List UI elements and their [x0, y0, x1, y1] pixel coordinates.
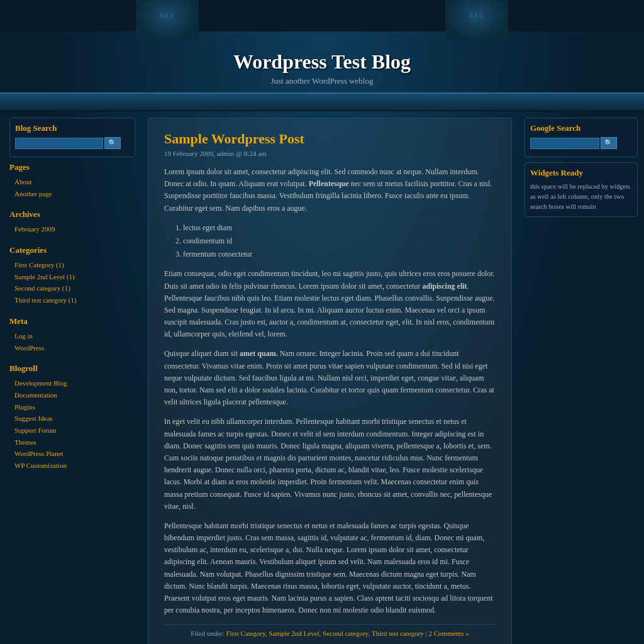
main-content: Sample Wordpress Post 19 February 2009, …: [142, 111, 518, 644]
post-meta: 19 February 2009, admin @ 8:24 am: [164, 150, 496, 157]
blog-search-input[interactable]: [15, 138, 103, 149]
post-paragraph-3: Quisque aliquet diam sit amet quam. Nam …: [164, 348, 496, 408]
pages-title: Pages: [9, 162, 135, 172]
widgets-ready-widget: Widgets Ready this space will be replace…: [525, 162, 638, 217]
categories-title: Categories: [9, 245, 135, 255]
categories-widget: Categories First Category (1) Sample 2nd…: [9, 245, 135, 306]
widgets-ready-text: this space will be replaced by widgets a…: [530, 182, 632, 211]
filed-under-label: Filed under:: [191, 630, 226, 637]
archive-link-feb2009[interactable]: February 2009: [9, 223, 135, 235]
top-bar: GXS GXS: [0, 0, 644, 31]
sidebar-left: Blog Search 🔍 Pages About Another page A…: [0, 111, 142, 644]
site-title: Wordpress Test Blog: [13, 50, 631, 74]
post-comments-link[interactable]: 2 Comments »: [429, 630, 469, 637]
category-link-third[interactable]: Third test category (1): [9, 294, 135, 306]
page-link-another[interactable]: Another page: [9, 188, 135, 200]
category-link-sample2nd[interactable]: Sample 2nd Level (1): [9, 271, 135, 283]
pages-widget: Pages About Another page: [9, 162, 135, 199]
site-subtitle: Just another WordPress weblog: [13, 76, 631, 86]
blogroll-widget: Blogroll Development Blog Documentation …: [9, 364, 135, 472]
site-header: Wordpress Test Blog Just another WordPre…: [0, 31, 644, 92]
blogroll-link-suggest[interactable]: Suggest Ideas: [9, 413, 135, 425]
blogroll-link-themes[interactable]: Themes: [9, 436, 135, 448]
google-search-title: Google Search: [530, 123, 632, 133]
blog-search-form: 🔍: [15, 137, 130, 149]
widgets-ready-title: Widgets Ready: [530, 168, 632, 178]
google-search-form: 🔍: [530, 137, 632, 149]
right-corner-decoration: GXS: [445, 0, 508, 41]
header-divider: [0, 92, 644, 111]
blogroll-link-docs[interactable]: Documentation: [9, 389, 135, 401]
blog-search-button[interactable]: 🔍: [104, 137, 121, 149]
list-item: lectus eget diam: [183, 222, 496, 234]
category-link-second[interactable]: Second category (1): [9, 282, 135, 294]
page-link-about[interactable]: About: [9, 176, 135, 188]
post-container: Sample Wordpress Post 19 February 2009, …: [148, 118, 512, 644]
post-footer: Filed under: First Category, Sample 2nd …: [164, 624, 496, 637]
google-search-widget: Google Search 🔍: [525, 118, 638, 157]
list-item: condimentum id: [183, 235, 496, 247]
blogroll-title: Blogroll: [9, 364, 135, 374]
category-link-first[interactable]: First Category (1): [9, 259, 135, 271]
archives-title: Archives: [9, 209, 135, 219]
list-item: fermentum consectetur: [183, 248, 496, 260]
post-category-link-second[interactable]: Second category: [323, 630, 368, 637]
blogroll-link-devblog[interactable]: Development Blog: [9, 377, 135, 389]
blogroll-link-wpcustom[interactable]: WP Customization: [9, 460, 135, 472]
blog-search-title: Blog Search: [15, 123, 130, 133]
sidebar-right: Google Search 🔍 Widgets Ready this space…: [518, 111, 644, 644]
post-paragraph-1: Lorem ipsum dolor sit amet, consectetur …: [164, 166, 496, 214]
blog-search-widget: Blog Search 🔍: [9, 118, 135, 157]
meta-link-wordpress[interactable]: WordPress: [9, 342, 135, 354]
meta-title: Meta: [9, 316, 135, 326]
post-paragraph-5: Pellentesque habitant morbi tristique se…: [164, 520, 496, 617]
blogroll-link-plugins[interactable]: Plugins: [9, 401, 135, 413]
post-category-link-third[interactable]: Third test category: [372, 630, 424, 637]
post-paragraph-2: Etiam consequat, odio eget condimentum t…: [164, 268, 496, 340]
google-search-button[interactable]: 🔍: [601, 137, 617, 149]
post-body: Lorem ipsum dolor sit amet, consectetur …: [164, 166, 496, 616]
left-corner-decoration: GXS: [136, 0, 199, 41]
archives-widget: Archives February 2009: [9, 209, 135, 235]
meta-link-login[interactable]: Log in: [9, 330, 135, 342]
post-title: Sample Wordpress Post: [164, 131, 496, 147]
main-wrapper: Blog Search 🔍 Pages About Another page A…: [0, 111, 644, 644]
post-ordered-list: lectus eget diam condimentum id fermentu…: [183, 222, 496, 261]
blogroll-link-support[interactable]: Support Forum: [9, 425, 135, 436]
blogroll-link-wpplanet[interactable]: WordPress Planet: [9, 448, 135, 460]
post-category-link-first[interactable]: First Category: [226, 630, 266, 637]
post-paragraph-4: In eget velit eu nibh ullamcorper interd…: [164, 416, 496, 513]
post-category-link-sample2nd[interactable]: Sample 2nd Level: [269, 630, 319, 637]
meta-widget: Meta Log in WordPress: [9, 316, 135, 353]
google-search-input[interactable]: [530, 138, 599, 149]
